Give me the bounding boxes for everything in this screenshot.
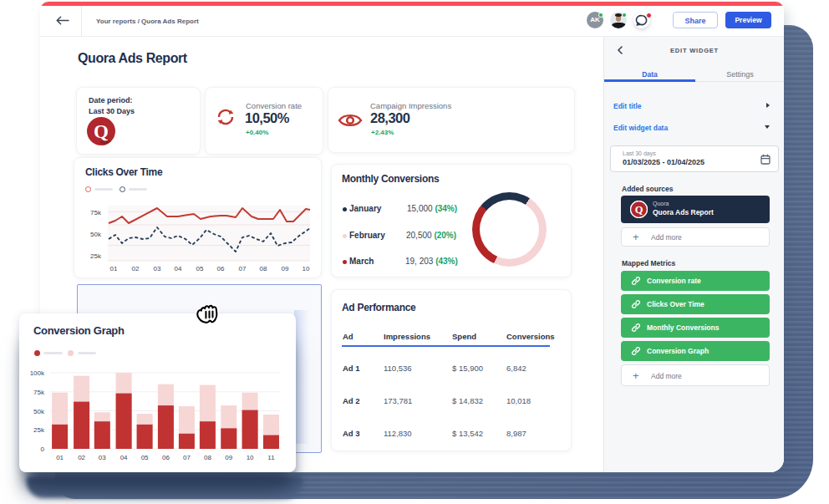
- svg-text:10: 10: [247, 454, 254, 461]
- svg-text:50k: 50k: [90, 231, 102, 238]
- svg-text:03: 03: [154, 265, 161, 272]
- svg-text:02: 02: [132, 265, 140, 272]
- svg-text:07: 07: [239, 265, 247, 272]
- svg-text:09: 09: [282, 265, 289, 272]
- svg-text:100k: 100k: [30, 369, 45, 377]
- svg-text:04: 04: [120, 454, 128, 461]
- svg-text:75k: 75k: [90, 209, 102, 216]
- svg-text:08: 08: [260, 265, 267, 272]
- svg-text:06: 06: [162, 454, 170, 461]
- svg-text:0: 0: [41, 445, 45, 453]
- svg-text:06: 06: [217, 265, 225, 272]
- svg-text:09: 09: [225, 454, 232, 461]
- svg-text:Q: Q: [635, 204, 643, 216]
- svg-text:02: 02: [78, 454, 85, 461]
- svg-text:08: 08: [204, 454, 211, 461]
- svg-text:11: 11: [267, 454, 275, 461]
- svg-text:50k: 50k: [33, 408, 45, 415]
- svg-text:25k: 25k: [33, 426, 45, 434]
- svg-text:Q: Q: [94, 121, 109, 142]
- svg-text:04: 04: [175, 265, 182, 272]
- svg-text:25k: 25k: [90, 252, 102, 260]
- svg-text:03: 03: [99, 454, 106, 461]
- svg-text:01: 01: [110, 265, 118, 272]
- svg-text:07: 07: [183, 454, 191, 461]
- svg-text:75k: 75k: [33, 389, 45, 396]
- svg-text:01: 01: [56, 454, 64, 461]
- svg-text:05: 05: [141, 454, 149, 461]
- svg-text:10: 10: [303, 265, 310, 272]
- svg-text:05: 05: [196, 265, 204, 272]
